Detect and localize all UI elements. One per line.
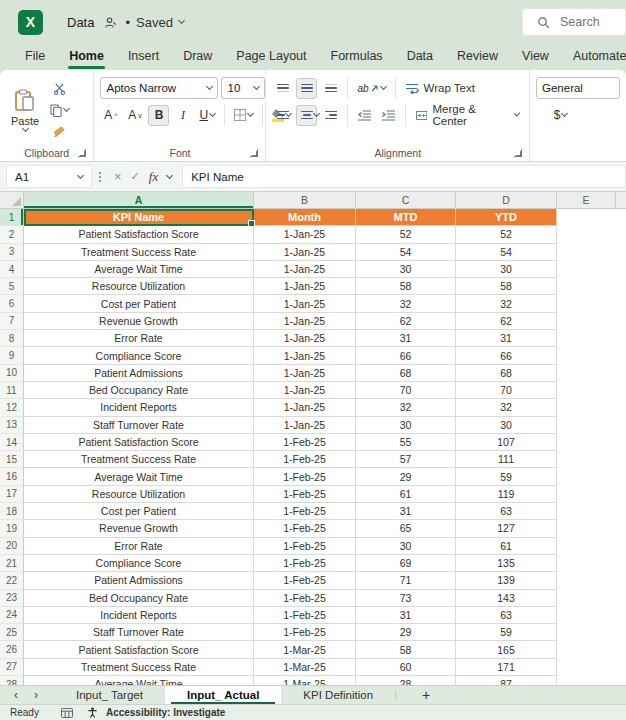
- cell-empty[interactable]: [616, 641, 626, 658]
- column-header-b[interactable]: B: [254, 192, 356, 208]
- cell-empty[interactable]: [616, 330, 626, 347]
- cell-empty[interactable]: [557, 313, 616, 330]
- row-number[interactable]: 21: [0, 555, 24, 572]
- cell-empty[interactable]: [557, 261, 616, 278]
- cell-month[interactable]: 1-Feb-25: [254, 486, 356, 503]
- cell-ytd[interactable]: 107: [456, 434, 557, 451]
- cell-kpi-name[interactable]: Incident Reports: [24, 607, 254, 624]
- cell-kpi-name[interactable]: Average Wait Time: [24, 468, 254, 485]
- row-number[interactable]: 6: [0, 295, 24, 312]
- cell-kpi-name[interactable]: Patient Satisfaction Score: [24, 641, 254, 658]
- row-number[interactable]: 18: [0, 503, 24, 520]
- cell-empty[interactable]: [557, 572, 616, 589]
- cell-kpi-name[interactable]: Incident Reports: [24, 399, 254, 416]
- cell-ytd[interactable]: 66: [456, 347, 557, 364]
- ribbon-tab[interactable]: Home: [58, 45, 115, 69]
- cell-empty[interactable]: [557, 399, 616, 416]
- sheet-tab[interactable]: KPI Definition: [281, 686, 395, 704]
- cell-kpi-name[interactable]: Resource Utilization: [24, 278, 254, 295]
- cell-month[interactable]: 1-Jan-25: [254, 417, 356, 434]
- cell-empty[interactable]: [616, 226, 626, 243]
- cell-kpi-name[interactable]: Treatment Success Rate: [24, 244, 254, 261]
- cell-ytd[interactable]: 62: [456, 313, 557, 330]
- cell-ytd[interactable]: 127: [456, 520, 557, 537]
- row-number[interactable]: 23: [0, 590, 24, 607]
- row-number[interactable]: 20: [0, 538, 24, 555]
- cell-mtd-header[interactable]: MTD: [356, 209, 456, 226]
- cell-empty[interactable]: [616, 399, 626, 416]
- grow-font-button[interactable]: A^: [100, 105, 121, 126]
- row-number[interactable]: 9: [0, 347, 24, 364]
- column-header-a[interactable]: A: [24, 192, 254, 208]
- ribbon-tab[interactable]: Formulas: [320, 45, 394, 69]
- cell-empty[interactable]: [616, 295, 626, 312]
- cell-ytd[interactable]: 119: [456, 486, 557, 503]
- increase-indent-button[interactable]: [378, 105, 399, 126]
- cell-month[interactable]: 1-Feb-25: [254, 538, 356, 555]
- cell-empty[interactable]: [557, 278, 616, 295]
- cell-ytd[interactable]: 139: [456, 572, 557, 589]
- cell-empty[interactable]: [616, 261, 626, 278]
- cell-kpi-name[interactable]: Staff Turnover Rate: [24, 417, 254, 434]
- cell-kpi-name[interactable]: Average Wait Time: [24, 261, 254, 278]
- cell-mtd[interactable]: 30: [356, 417, 456, 434]
- cell-ytd[interactable]: 54: [456, 244, 557, 261]
- font-size-select[interactable]: 10: [221, 77, 265, 99]
- row-number[interactable]: 13: [0, 417, 24, 434]
- cell-kpi-name[interactable]: Bed Occupancy Rate: [24, 590, 254, 607]
- cell-ytd[interactable]: 30: [456, 417, 557, 434]
- cell-empty[interactable]: [557, 468, 616, 485]
- cell-ytd[interactable]: 111: [456, 451, 557, 468]
- alignment-dialog-launcher-icon[interactable]: [514, 149, 522, 157]
- cell-empty[interactable]: [616, 538, 626, 555]
- ribbon-tab[interactable]: Draw: [172, 45, 223, 69]
- cell-ytd[interactable]: 165: [456, 641, 557, 658]
- cell-empty[interactable]: [557, 434, 616, 451]
- cell-month[interactable]: 1-Feb-25: [254, 434, 356, 451]
- name-box[interactable]: A1: [6, 165, 92, 188]
- currency-format-button[interactable]: $: [550, 104, 571, 125]
- row-number[interactable]: 19: [0, 520, 24, 537]
- copy-button[interactable]: [48, 101, 70, 119]
- cell-kpi-name[interactable]: Patient Satisfaction Score: [24, 226, 254, 243]
- font-name-select[interactable]: Aptos Narrow: [100, 77, 218, 99]
- cell-mtd[interactable]: 32: [356, 399, 456, 416]
- cell-mtd[interactable]: 30: [356, 261, 456, 278]
- cell-empty[interactable]: [616, 624, 626, 641]
- ribbon-tab[interactable]: File: [14, 45, 56, 69]
- cell-empty[interactable]: [616, 659, 626, 676]
- cell-month[interactable]: 1-Feb-25: [254, 468, 356, 485]
- cell-mtd[interactable]: 52: [356, 226, 456, 243]
- cell-mtd[interactable]: 31: [356, 503, 456, 520]
- cell-empty[interactable]: [557, 244, 616, 261]
- cell-empty[interactable]: [616, 451, 626, 468]
- cell-empty[interactable]: [616, 503, 626, 520]
- cell-ytd[interactable]: 70: [456, 382, 557, 399]
- cell-mtd[interactable]: 29: [356, 468, 456, 485]
- cell-ytd[interactable]: 63: [456, 503, 557, 520]
- cell-empty[interactable]: [557, 590, 616, 607]
- row-number[interactable]: 27: [0, 659, 24, 676]
- cell-month[interactable]: 1-Jan-25: [254, 330, 356, 347]
- cell-empty[interactable]: [616, 244, 626, 261]
- cell-month[interactable]: 1-Feb-25: [254, 607, 356, 624]
- cell-empty[interactable]: [616, 347, 626, 364]
- cell-empty[interactable]: [557, 417, 616, 434]
- cell-kpi-name[interactable]: Cost per Patient: [24, 295, 254, 312]
- cell-ytd[interactable]: 135: [456, 555, 557, 572]
- cell-empty[interactable]: [616, 607, 626, 624]
- wrap-text-button[interactable]: Wrap Text: [402, 77, 479, 99]
- cell-empty[interactable]: [557, 659, 616, 676]
- cell-month[interactable]: 1-Feb-25: [254, 451, 356, 468]
- cell-empty[interactable]: [557, 382, 616, 399]
- cell-kpi-name[interactable]: Revenue Growth: [24, 313, 254, 330]
- italic-button[interactable]: I: [172, 105, 193, 126]
- cell-month[interactable]: 1-Jan-25: [254, 365, 356, 382]
- sheet-tab[interactable]: Input_ Actual: [165, 686, 281, 704]
- cell-month[interactable]: 1-Jan-25: [254, 278, 356, 295]
- row-number[interactable]: 12: [0, 399, 24, 416]
- row-number[interactable]: 17: [0, 486, 24, 503]
- cell-ytd[interactable]: 87: [456, 676, 557, 685]
- accessibility-status[interactable]: Accessibility: Investigate: [106, 707, 226, 718]
- ribbon-tab[interactable]: Data: [396, 45, 444, 69]
